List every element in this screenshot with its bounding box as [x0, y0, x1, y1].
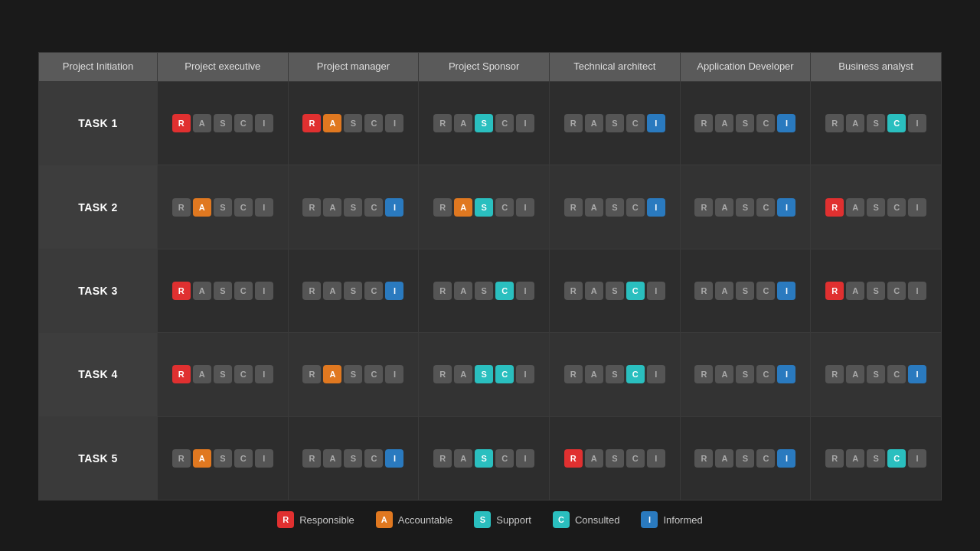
rasci-i-badge: I	[908, 198, 926, 217]
rasci-group: RASCI	[433, 449, 534, 468]
rasci-a-badge: A	[846, 198, 864, 217]
task-cell-4-5: RASCI	[811, 416, 942, 500]
rasci-r-badge: R	[825, 114, 844, 132]
rasci-c-badge: C	[756, 198, 775, 217]
rasci-a-badge: A	[323, 282, 341, 300]
rasci-s-badge: S	[736, 198, 754, 217]
rasci-c-badge: C	[756, 449, 775, 468]
rasci-a-badge: A	[585, 282, 603, 300]
rasci-c-badge: C	[234, 449, 253, 468]
rasci-s-badge: S	[475, 282, 493, 300]
rasci-s-badge: S	[606, 365, 624, 383]
table-row: TASK 2RASCIRASCIRASCIRASCIRASCIRASCI	[39, 165, 942, 249]
rasci-group: RASCI	[433, 114, 534, 132]
rasci-group: RASCI	[564, 365, 665, 383]
rasci-group: RASCI	[694, 198, 795, 217]
rasci-a-badge: A	[323, 114, 341, 132]
rasci-r-badge: R	[825, 365, 844, 383]
task-cell-3-5: RASCI	[811, 333, 942, 416]
rasci-a-badge: A	[715, 114, 733, 132]
rasci-i-badge: I	[777, 198, 795, 217]
rasci-r-badge: R	[694, 282, 713, 300]
rasci-r-badge: R	[564, 198, 583, 217]
rasci-s-badge: S	[736, 114, 754, 132]
rasci-group: RASCI	[172, 198, 273, 217]
rasci-r-badge: R	[302, 365, 321, 383]
table-row: TASK 4RASCIRASCIRASCIRASCIRASCIRASCI	[39, 333, 942, 416]
rasci-a-badge: A	[323, 365, 341, 383]
rasci-group: RASCI	[825, 198, 926, 217]
legend-badge-a: A	[376, 511, 393, 528]
rasci-a-badge: A	[193, 365, 211, 383]
rasci-a-badge: A	[454, 365, 472, 383]
rasci-group: RASCI	[694, 114, 795, 132]
rasci-c-badge: C	[495, 114, 514, 132]
rasci-a-badge: A	[846, 282, 864, 300]
rasci-c-badge: C	[234, 365, 253, 383]
column-header-0: Project Initiation	[39, 53, 158, 82]
rasci-i-badge: I	[908, 365, 926, 383]
rasci-s-badge: S	[606, 198, 624, 217]
rasci-i-badge: I	[777, 449, 795, 468]
rasci-s-badge: S	[736, 282, 754, 300]
task-name-1: TASK 2	[39, 165, 158, 249]
column-header-1: Project executive	[158, 53, 289, 82]
task-name-4: TASK 5	[39, 416, 158, 500]
rasci-s-badge: S	[867, 114, 885, 132]
rasci-i-badge: I	[255, 282, 273, 300]
column-header-6: Business analyst	[811, 53, 942, 82]
rasci-s-badge: S	[475, 114, 493, 132]
rasci-i-badge: I	[647, 365, 665, 383]
rasci-i-badge: I	[647, 198, 665, 217]
task-cell-0-0: RASCI	[158, 81, 289, 165]
rasci-a-badge: A	[193, 282, 211, 300]
rasci-group: RASCI	[564, 449, 665, 468]
rasci-c-badge: C	[626, 198, 645, 217]
task-cell-2-5: RASCI	[811, 249, 942, 332]
task-name-2: TASK 3	[39, 249, 158, 332]
rasci-r-badge: R	[564, 282, 583, 300]
task-cell-0-1: RASCI	[288, 81, 419, 165]
rasci-r-badge: R	[564, 114, 583, 132]
rasci-i-badge: I	[908, 282, 926, 300]
task-cell-2-1: RASCI	[288, 249, 419, 332]
rasci-s-badge: S	[736, 449, 754, 468]
task-cell-4-1: RASCI	[288, 416, 419, 500]
legend-item-s: SSupport	[474, 511, 531, 528]
task-cell-3-2: RASCI	[419, 333, 550, 416]
task-cell-0-4: RASCI	[680, 81, 811, 165]
task-cell-2-3: RASCI	[549, 249, 680, 332]
rasci-c-badge: C	[756, 114, 775, 132]
task-cell-3-4: RASCI	[680, 333, 811, 416]
rasci-c-badge: C	[626, 282, 645, 300]
rasci-c-badge: C	[364, 282, 383, 300]
task-cell-0-5: RASCI	[811, 81, 942, 165]
rasci-s-badge: S	[606, 282, 624, 300]
rasci-s-badge: S	[867, 282, 885, 300]
rasci-a-badge: A	[715, 198, 733, 217]
rasci-a-badge: A	[715, 282, 733, 300]
rasci-group: RASCI	[825, 365, 926, 383]
rasci-c-badge: C	[234, 198, 253, 217]
rasci-a-badge: A	[585, 449, 603, 468]
task-cell-0-2: RASCI	[419, 81, 550, 165]
legend-item-r: RResponsible	[277, 511, 354, 528]
legend-label-c: Consulted	[575, 514, 620, 526]
rasci-r-badge: R	[172, 365, 191, 383]
rasci-i-badge: I	[516, 114, 534, 132]
rasci-c-badge: C	[887, 282, 906, 300]
rasci-s-badge: S	[475, 449, 493, 468]
rasci-i-badge: I	[385, 114, 403, 132]
rasci-table: Project InitiationProject executiveProje…	[38, 52, 942, 500]
rasci-s-badge: S	[344, 114, 362, 132]
task-cell-4-2: RASCI	[419, 416, 550, 500]
rasci-group: RASCI	[564, 282, 665, 300]
task-name-0: TASK 1	[39, 81, 158, 165]
rasci-r-badge: R	[302, 282, 321, 300]
rasci-r-badge: R	[825, 282, 844, 300]
rasci-c-badge: C	[756, 282, 775, 300]
rasci-s-badge: S	[214, 114, 232, 132]
rasci-s-badge: S	[867, 198, 885, 217]
rasci-i-badge: I	[516, 198, 534, 217]
task-cell-4-3: RASCI	[549, 416, 680, 500]
